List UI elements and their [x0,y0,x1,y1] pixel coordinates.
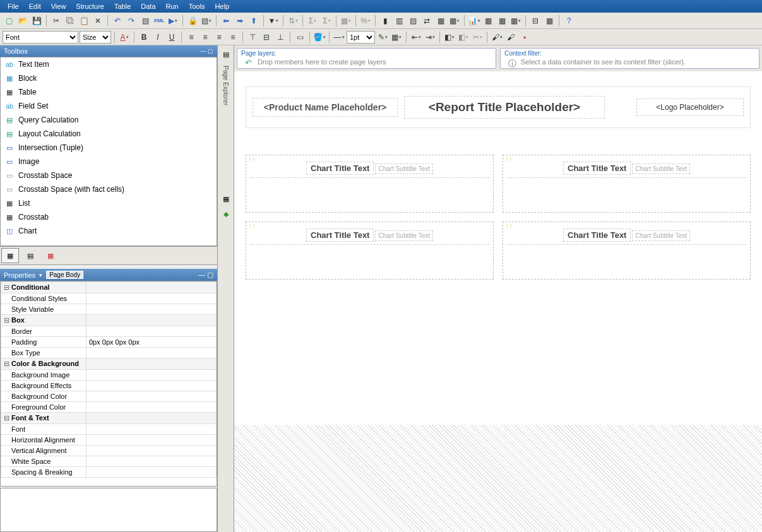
brush2-button[interactable]: 🖌 [504,31,517,44]
group-button[interactable]: ▦ [448,15,461,27]
prop-group-name[interactable]: Box [1,315,86,326]
paste-button[interactable]: 📋 [78,15,90,27]
forward-button[interactable]: ➡ [234,15,246,27]
menu-help[interactable]: Help [210,1,234,11]
prop-value[interactable] [86,348,217,358]
headers-button[interactable]: ▤ [200,15,213,27]
chart-title[interactable]: Chart Title Text [306,162,374,175]
prop-key[interactable]: Border [1,326,86,337]
validate-button[interactable]: ▤ [139,15,152,27]
prop-value[interactable] [86,402,217,413]
copy-button[interactable]: ⿻ [64,15,76,27]
cut-style-button[interactable]: ✂ [471,31,484,44]
xml-button[interactable]: XML [153,15,165,27]
border-width-select[interactable]: 1pt [347,31,375,44]
underline-button[interactable]: U [165,31,178,44]
chart-placeholder[interactable] [250,178,489,208]
prop-key[interactable]: Style Variable [1,304,86,315]
filter-button[interactable]: ▼ [267,15,280,27]
new-button[interactable]: ▢ [3,15,15,27]
insert-row-button[interactable]: ▤ [407,15,419,27]
toolbox-item[interactable]: ▭Crosstab Space [1,168,217,182]
report-header-block[interactable]: <Product Name Placeholder> <Report Title… [246,86,751,128]
logo-placeholder[interactable]: <Logo Placeholder> [636,98,744,116]
align-center-button[interactable]: ≡ [199,31,211,44]
prop-value[interactable] [86,446,217,456]
toolbox-item[interactable]: ▦Table [1,85,217,99]
chart-button[interactable]: 📊 [468,15,480,27]
prop-value[interactable] [86,370,217,381]
prop-key[interactable]: Font [1,424,86,435]
tab-insertable[interactable]: ▦ [1,248,19,263]
toolbox-item[interactable]: ▭Intersection (Tuple) [1,141,217,155]
repeater-button[interactable]: ▦ [496,15,508,27]
toolbox-item[interactable]: ▤Query Calculation [1,113,217,127]
border-style-button[interactable]: — [333,31,345,44]
prop-value[interactable] [86,326,217,337]
help-button[interactable]: ? [563,15,575,27]
menu-view[interactable]: View [46,1,71,11]
prop-key[interactable]: Box Type [1,348,86,358]
menu-file[interactable]: File [3,1,24,11]
toolbox-item[interactable]: ◫Chart [1,224,217,238]
delete-button[interactable]: ✕ [92,15,104,27]
prop-value[interactable] [86,293,217,304]
prop-value[interactable] [86,381,217,391]
prop-key[interactable]: Background Effects [1,381,86,391]
props-minimize-icon[interactable]: — ▢ [198,271,213,279]
page-explorer-icon[interactable]: ▤ [220,48,232,61]
prop-group-name[interactable]: Color & Background [1,358,86,370]
chart-subtitle[interactable]: Chart Subtitle Text [632,163,690,174]
menu-data[interactable]: Data [136,1,160,11]
product-name-placeholder[interactable]: <Product Name Placeholder> [253,98,398,117]
menu-run[interactable]: Run [161,1,184,11]
open-button[interactable]: 📂 [16,15,29,27]
prop-value[interactable] [86,456,217,467]
prop-key[interactable]: Foreground Color [1,402,86,413]
align-justify-button[interactable]: ≡ [227,31,239,44]
indent-in-button[interactable]: ⇥ [424,31,436,44]
valign-middle-button[interactable]: ⊟ [260,31,273,44]
chart-placeholder[interactable] [507,178,746,208]
prop-value[interactable] [86,391,217,402]
design-canvas[interactable]: <Product Name Placeholder> <Report Title… [234,71,762,532]
font-select[interactable]: Font [3,31,78,44]
report-page[interactable]: <Product Name Placeholder> <Report Title… [234,71,762,425]
borders-button[interactable]: ▦ [390,31,403,44]
summarize-button[interactable]: Σ [306,15,319,27]
prop-value[interactable]: 0px 0px 0px 0px [86,337,217,348]
prop-value[interactable] [86,304,217,315]
indent-out-button[interactable]: ⇤ [410,31,422,44]
pivot-button[interactable]: ▮ [379,15,391,27]
prop-group-name[interactable]: Conditional [1,282,86,293]
border-color-button[interactable]: ✎ [376,31,389,44]
chart-container[interactable]: Chart Title TextChart Subtitle Text [246,222,494,280]
aggregate-button[interactable]: Σ̄ [320,15,333,27]
prop-key[interactable]: Conditional Styles [1,293,86,304]
prop-key[interactable]: Background Color [1,391,86,402]
back-button[interactable]: ⬅ [220,15,232,27]
toolbox-item[interactable]: abField Set [1,99,217,113]
font-color-button[interactable]: A [118,31,131,44]
chart-container[interactable]: Chart Title TextChart Subtitle Text [246,155,494,213]
align-left-button[interactable]: ≡ [185,31,198,44]
chart-subtitle[interactable]: Chart Subtitle Text [375,163,433,174]
toolbox-item[interactable]: ▦Block [1,71,217,85]
tab-data-items[interactable]: ▤ [21,248,39,263]
save-button[interactable]: 💾 [30,15,43,27]
style-button[interactable]: ◧ [443,31,456,44]
menu-tools[interactable]: Tools [184,1,210,11]
prop-key[interactable]: White Space [1,456,86,467]
prop-key[interactable]: Padding [1,337,86,348]
chart-title[interactable]: Chart Title Text [563,228,631,242]
up-button[interactable]: ⬆ [247,15,260,27]
prop-value[interactable] [86,424,217,435]
chart-container[interactable]: Chart Title TextChart Subtitle Text [503,222,751,280]
chart-container[interactable]: Chart Title TextChart Subtitle Text [503,155,751,213]
prop-value[interactable] [86,467,217,478]
cond-style-button[interactable]: ◧ [457,31,470,44]
italic-button[interactable]: I [152,31,164,44]
query-explorer-icon[interactable]: ▦ [220,192,232,205]
tree-button[interactable]: ⊟ [529,15,542,27]
condition-explorer-icon[interactable]: ◆ [220,208,232,220]
